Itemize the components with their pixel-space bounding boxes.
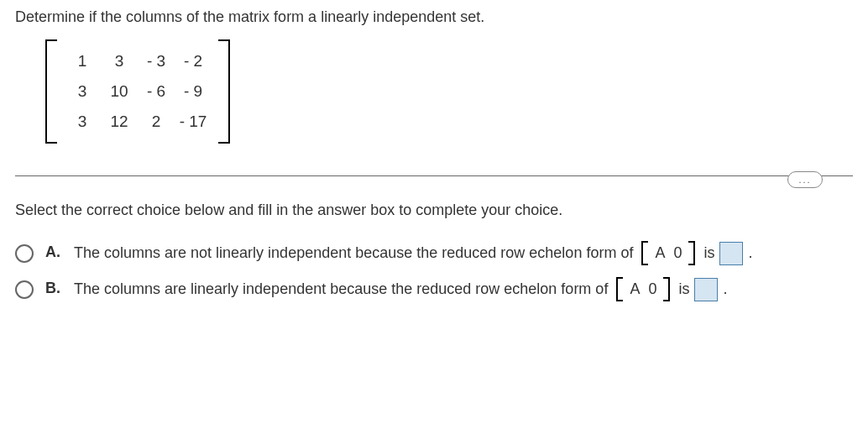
answer-input-b[interactable]: [694, 278, 718, 301]
choice-b-row: B. The columns are linearly independent …: [15, 277, 853, 301]
matrix-cell: 2: [138, 107, 175, 137]
mini-bracket-right: [688, 241, 695, 265]
answer-input-a[interactable]: [719, 242, 743, 265]
matrix-cell: - 17: [175, 107, 212, 137]
matrix-body: 1 3 - 3 - 2 3 10 - 6 - 9 3 12 2 - 17: [57, 39, 218, 144]
matrix-cell: 10: [101, 76, 138, 107]
matrix-display: 1 3 - 3 - 2 3 10 - 6 - 9 3 12 2 - 17: [45, 39, 230, 144]
matrix-cell: 12: [101, 107, 138, 137]
ellipsis-button[interactable]: ...: [787, 171, 823, 188]
choice-a-end: .: [748, 244, 752, 262]
divider: [15, 175, 853, 176]
mini-bracket-right: [663, 277, 670, 301]
matrix-bracket-left: [45, 39, 57, 144]
mini-matrix-a: A 0: [641, 241, 695, 265]
radio-b[interactable]: [15, 280, 34, 299]
mini-0-label: 0: [648, 280, 656, 298]
choice-a-pre: The columns are not linearly independent…: [74, 244, 633, 262]
matrix-row: 1 3 - 3 - 2: [64, 46, 212, 76]
choice-a-letter: A.: [45, 243, 60, 261]
choice-b-pre: The columns are linearly independent bec…: [74, 280, 608, 298]
mini-A-label: A: [655, 244, 665, 262]
mini-body: A 0: [623, 277, 663, 301]
choice-b-mid: is: [678, 280, 689, 298]
choice-b-text: The columns are linearly independent bec…: [74, 277, 727, 301]
matrix-cell: 3: [64, 107, 101, 137]
choice-a-row: A. The columns are not linearly independ…: [15, 241, 853, 265]
choice-a-text: The columns are not linearly independent…: [74, 241, 752, 265]
mini-0-label: 0: [673, 244, 682, 262]
choice-b-letter: B.: [45, 280, 60, 297]
matrix-cell: - 3: [138, 46, 175, 76]
matrix-row: 3 10 - 6 - 9: [64, 76, 212, 107]
matrix-row: 3 12 2 - 17: [64, 107, 212, 137]
matrix-cell: 3: [64, 76, 101, 107]
matrix-cell: - 6: [138, 76, 175, 107]
select-prompt: Select the correct choice below and fill…: [15, 202, 853, 219]
choice-b-end: .: [723, 280, 727, 298]
mini-bracket-left: [616, 277, 623, 301]
mini-matrix-b: A 0: [616, 277, 670, 301]
mini-A-label: A: [630, 280, 640, 298]
matrix-cell: 3: [101, 46, 138, 76]
question-prompt: Determine if the columns of the matrix f…: [15, 8, 853, 26]
mini-bracket-left: [641, 241, 648, 265]
matrix-cell: - 2: [175, 46, 212, 76]
radio-a[interactable]: [15, 244, 34, 263]
choice-a-mid: is: [703, 244, 714, 262]
mini-body: A 0: [648, 241, 688, 265]
matrix-cell: 1: [64, 46, 101, 76]
matrix-bracket-right: [218, 39, 230, 144]
matrix-cell: - 9: [175, 76, 212, 107]
